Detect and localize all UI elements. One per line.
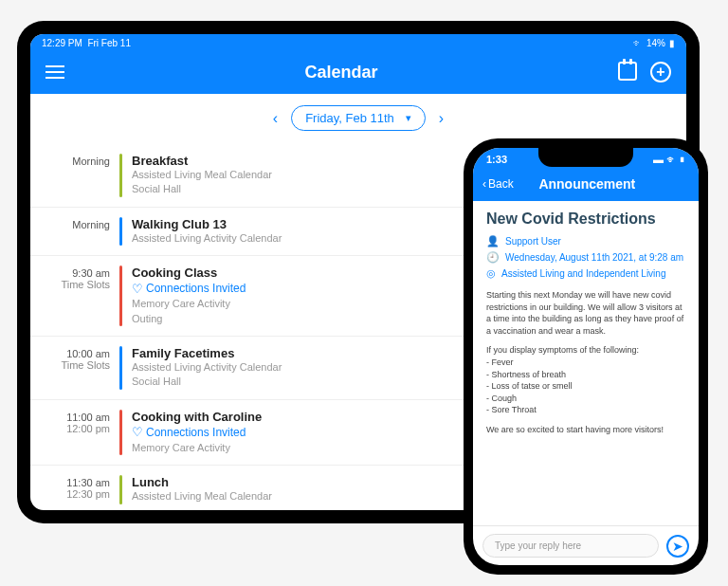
phone-time: 1:33	[486, 154, 507, 165]
user-icon: 👤	[486, 235, 500, 247]
reply-input[interactable]: Type your reply here	[482, 534, 659, 558]
reply-bar: Type your reply here ➤	[473, 525, 699, 565]
location-icon: ◎	[486, 267, 496, 280]
send-button[interactable]: ➤	[666, 535, 689, 558]
phone-header: ‹ Back Announcement	[473, 171, 699, 201]
event-time: Morning	[49, 217, 119, 246]
announcement-text: Starting this next Monday we will have n…	[486, 289, 685, 436]
event-time: 9:30 amTime Slots	[49, 266, 119, 326]
chevron-down-icon: ▾	[406, 112, 411, 124]
status-date: Fri Feb 11	[87, 38, 131, 48]
ann-sym: - Cough	[486, 393, 685, 405]
ann-sym: - Loss of tatse or smell	[486, 380, 685, 393]
ann-p1: Starting this next Monday we will have n…	[486, 289, 685, 337]
clock-icon: 🕘	[486, 251, 500, 264]
heart-icon: ♡	[132, 426, 143, 438]
date-navigation: ‹ Friday, Feb 11th ▾ ›	[30, 94, 686, 138]
calendar-icon[interactable]	[618, 62, 637, 81]
event-color-bar	[119, 346, 122, 390]
ann-sym: - Sore Throat	[486, 404, 685, 416]
status-time: 12:29 PM	[42, 38, 82, 48]
prev-day-button[interactable]: ‹	[273, 110, 278, 127]
ann-sym: - Shortness of breath	[486, 369, 685, 381]
event-color-bar	[119, 410, 122, 455]
phone-device: 1:33 ▬ ᯤ ▮ ‹ Back Announcement New Covid…	[464, 138, 708, 575]
announcement-title: New Covid Restrictions	[486, 211, 685, 228]
page-title: Calendar	[304, 63, 377, 82]
announcement-body: New Covid Restrictions 👤Support User 🕘We…	[473, 201, 699, 525]
selected-date: Friday, Feb 11th	[305, 111, 394, 125]
event-color-bar	[119, 154, 122, 197]
event-time: 11:30 am12:30 pm	[49, 475, 119, 504]
phone-status-icons: ▬ ᯤ ▮	[653, 154, 685, 165]
battery-icon: ▮	[669, 38, 675, 48]
announcement-location: Assisted Living and Independent Living	[501, 268, 665, 279]
add-icon[interactable]	[650, 62, 671, 82]
event-time: 11:00 am12:00 pm	[49, 410, 119, 455]
next-day-button[interactable]: ›	[439, 110, 444, 127]
menu-icon[interactable]	[46, 65, 64, 79]
wifi-icon: ᯤ	[633, 38, 643, 48]
ann-sym: - Fever	[486, 357, 685, 369]
announcement-date: Wednesday, August 11th 2021, at 9:28 am	[505, 252, 683, 263]
event-time: 10:00 amTime Slots	[49, 346, 119, 390]
battery-pct: 14%	[646, 38, 665, 48]
announcement-author: Support User	[505, 236, 561, 247]
ann-p2: If you display symptoms of the following…	[486, 344, 685, 357]
date-selector[interactable]: Friday, Feb 11th ▾	[291, 105, 426, 131]
tablet-header: Calendar	[30, 52, 686, 94]
event-color-bar	[119, 266, 122, 326]
event-time: Morning	[49, 154, 119, 197]
ann-p3: We are so excited to start having more v…	[486, 424, 685, 436]
phone-screen: 1:33 ▬ ᯤ ▮ ‹ Back Announcement New Covid…	[473, 148, 699, 565]
notch	[538, 148, 633, 167]
phone-page-title: Announcement	[485, 176, 689, 192]
event-color-bar	[119, 217, 122, 246]
heart-icon: ♡	[132, 283, 143, 295]
event-color-bar	[119, 475, 122, 504]
tablet-status-bar: 12:29 PM Fri Feb 11 ᯤ 14% ▮	[30, 34, 686, 52]
